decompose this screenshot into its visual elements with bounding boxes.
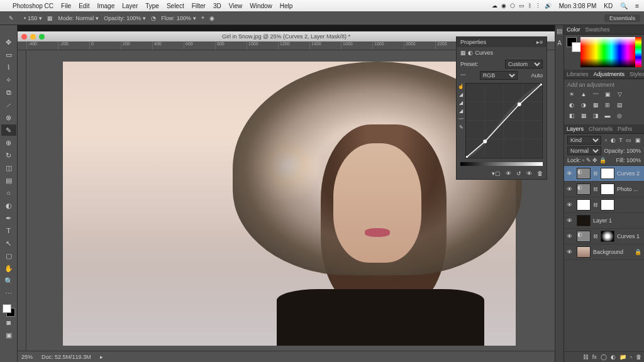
layer-row[interactable]: 👁 Layer 1 xyxy=(564,213,644,229)
menu-help[interactable]: Help xyxy=(280,3,293,9)
clip-icon[interactable]: ▾▢ xyxy=(492,170,501,177)
dodge-tool[interactable]: ◐ xyxy=(1,200,16,211)
layer-row[interactable]: 👁 ◐ ⛓ Photo ... xyxy=(564,182,644,197)
filter-type-icon[interactable]: T xyxy=(619,137,623,143)
adj-hue-icon[interactable]: ◐ xyxy=(567,101,576,109)
adj-threshold-icon[interactable]: ◨ xyxy=(591,111,600,120)
layer-filter-select[interactable]: Kind xyxy=(567,136,601,145)
mask-thumb[interactable] xyxy=(601,199,614,211)
toggle-visibility-icon[interactable]: 👁 xyxy=(526,170,532,177)
layer-name[interactable]: Curves 2 xyxy=(617,170,641,177)
mask-thumb[interactable] xyxy=(601,168,614,179)
adj-exposure-icon[interactable]: ▣ xyxy=(603,90,612,99)
cloud-icon[interactable]: ☁ xyxy=(492,3,497,9)
ruler-vertical[interactable] xyxy=(18,50,26,351)
quickmask-toggle[interactable]: ◙ xyxy=(1,317,16,328)
tab-channels[interactable]: Channels xyxy=(589,126,613,132)
clock[interactable]: Mon 3:08 PM xyxy=(559,3,596,9)
adj-gradient-icon[interactable]: ▬ xyxy=(603,111,612,120)
adj-lookup-icon[interactable]: ▤ xyxy=(615,101,624,109)
user-menu[interactable]: KD xyxy=(604,3,613,9)
status-chevron-icon[interactable]: ▸ xyxy=(100,354,103,360)
fill-thumb[interactable] xyxy=(577,199,591,211)
mask-thumb[interactable] xyxy=(601,231,614,242)
menu-edit[interactable]: Edit xyxy=(79,3,89,9)
add-mask-icon[interactable]: ◯ xyxy=(601,354,607,360)
shape-tool[interactable]: ▢ xyxy=(1,250,16,261)
filter-smart-icon[interactable]: ▣ xyxy=(635,137,641,143)
black-point-icon[interactable]: ◢ xyxy=(458,92,464,97)
channel-icon[interactable]: 〰 xyxy=(460,72,466,79)
menu-window[interactable]: Window xyxy=(250,3,272,9)
link-icon[interactable]: ⛓ xyxy=(593,187,598,192)
preset-select[interactable]: Custom xyxy=(505,60,543,69)
mode-select[interactable]: Normal xyxy=(75,15,94,21)
menu-select[interactable]: Select xyxy=(167,3,184,9)
blur-tool[interactable]: ○ xyxy=(1,187,16,199)
menu-type[interactable]: Type xyxy=(145,3,159,9)
zoom-window-button[interactable] xyxy=(39,34,45,40)
eraser-tool[interactable]: ◫ xyxy=(1,162,16,173)
channel-select[interactable]: RGB xyxy=(480,71,518,80)
color-panel-swatch[interactable] xyxy=(567,37,580,67)
pressure-size-icon[interactable]: ◉ xyxy=(209,15,214,21)
layer-name[interactable]: Layer 1 xyxy=(593,217,641,224)
gradient-tool[interactable]: ▤ xyxy=(1,175,16,186)
visibility-toggle[interactable]: 👁 xyxy=(567,202,574,208)
menu-filter[interactable]: Filter xyxy=(192,3,206,9)
adj-levels-icon[interactable]: ▲ xyxy=(579,90,588,99)
stamp-tool[interactable]: ⊕ xyxy=(1,137,16,148)
visibility-toggle[interactable]: 👁 xyxy=(567,249,574,255)
move-tool[interactable]: ✥ xyxy=(1,36,16,48)
adjustment-thumb[interactable]: ◐ xyxy=(577,184,591,195)
properties-panel[interactable]: Properties ▸≡ ▦ ◐ Curves Preset: Custom … xyxy=(456,36,547,180)
zoom-level[interactable]: 25% xyxy=(21,354,33,360)
volume-icon[interactable]: 🔊 xyxy=(545,3,552,9)
reset-icon[interactable]: ↺ xyxy=(516,170,521,177)
edit-points-icon[interactable]: 〰 xyxy=(458,116,464,122)
layer-opacity-value[interactable]: 100% xyxy=(626,148,641,154)
brush-tool[interactable]: ✎ xyxy=(1,124,16,136)
link-layers-icon[interactable]: ⛓ xyxy=(583,354,589,360)
tab-layers[interactable]: Layers xyxy=(567,126,584,132)
link-icon[interactable]: ⛓ xyxy=(593,202,598,208)
lock-all-icon[interactable]: 🔒 xyxy=(599,157,606,163)
filter-pixel-icon[interactable]: ▫ xyxy=(605,137,607,143)
layer-name[interactable]: Background xyxy=(593,249,632,255)
blend-mode-select[interactable]: Normal xyxy=(567,146,601,155)
lock-pixels-icon[interactable]: ✎ xyxy=(586,157,591,163)
hue-slider[interactable] xyxy=(635,37,641,67)
auto-button[interactable]: Auto xyxy=(531,72,543,79)
adj-photo-filter-icon[interactable]: ▦ xyxy=(591,101,600,109)
new-adjustment-icon[interactable]: ◐ xyxy=(611,354,616,360)
delete-adjustment-icon[interactable]: 🗑 xyxy=(537,170,543,177)
spotlight-icon[interactable]: 🔍 xyxy=(620,3,628,9)
adjustment-thumb[interactable]: ◐ xyxy=(577,168,591,179)
layer-row[interactable]: 👁 Background 🔒 xyxy=(564,244,644,260)
brush-preset-icon[interactable]: ✎ xyxy=(4,13,19,24)
airbrush-icon[interactable]: ⌖ xyxy=(201,14,204,21)
panel-menu-icon[interactable]: ▸≡ xyxy=(536,39,543,45)
workspace-switcher[interactable]: Essentials xyxy=(604,14,640,22)
layer-thumb[interactable] xyxy=(577,215,591,226)
healing-tool[interactable]: ⊗ xyxy=(1,112,16,123)
menu-file[interactable]: File xyxy=(61,3,71,9)
display-icon[interactable]: ▭ xyxy=(519,3,525,9)
zoom-tool[interactable]: 🔍 xyxy=(1,275,16,287)
brush-panel-icon[interactable]: ▦ xyxy=(47,15,53,21)
history-brush-tool[interactable]: ↻ xyxy=(1,150,16,161)
delete-layer-icon[interactable]: 🗑 xyxy=(636,354,641,360)
menu-3d[interactable]: 3D xyxy=(213,3,221,9)
adj-vibrance-icon[interactable]: ▽ xyxy=(615,90,624,99)
character-panel-icon[interactable]: A xyxy=(557,40,562,47)
tab-adjustments[interactable]: Adjustments xyxy=(594,71,625,77)
opacity-value[interactable]: 100% xyxy=(126,15,141,21)
curves-graph[interactable] xyxy=(465,83,543,158)
target-adjust-icon[interactable]: ☝ xyxy=(458,84,464,89)
link-icon[interactable]: ⛓ xyxy=(593,234,598,239)
adj-bw-icon[interactable]: ◑ xyxy=(579,101,588,109)
screenmode-toggle[interactable]: ▣ xyxy=(1,329,16,341)
view-previous-icon[interactable]: 👁 xyxy=(506,170,511,177)
menu-image[interactable]: Image xyxy=(97,3,114,9)
white-point-icon[interactable]: ◢ xyxy=(458,108,464,114)
